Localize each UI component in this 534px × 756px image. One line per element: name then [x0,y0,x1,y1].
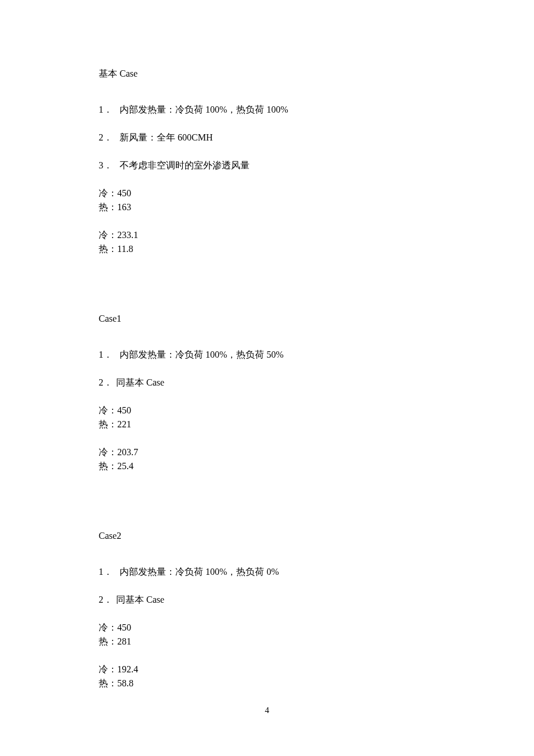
list-text: 内部发热量：冷负荷 100%，热负荷 100% [120,103,435,117]
list-text: 内部发热量：冷负荷 100%，热负荷 50% [120,348,435,362]
document-body: 基本 Case 1． 内部发热量：冷负荷 100%，热负荷 100% 2． 新风… [0,0,534,690]
cold-value: 冷：233.1 [99,228,435,242]
page-number: 4 [0,704,534,717]
list-item: 2． 同基本 Case [99,593,435,607]
list-text: 新风量：全年 600CMH [120,131,435,145]
list-item: 3． 不考虑非空调时的室外渗透风量 [99,159,435,172]
list-text: 同基本 Case [116,376,164,390]
value-block: 冷：450 热：163 [99,186,435,214]
hot-value: 热：163 [99,200,435,214]
cold-value: 冷：450 [99,404,435,417]
list-number: 3． [99,159,120,172]
hot-value: 热：221 [99,417,435,431]
cold-value: 冷：450 [99,621,435,635]
list-number: 1． [99,565,120,579]
hot-value: 热：11.8 [99,242,435,256]
value-block: 冷：450 热：281 [99,621,435,649]
list-text: 内部发热量：冷负荷 100%，热负荷 0% [120,565,435,579]
value-block: 冷：203.7 热：25.4 [99,445,435,473]
cold-value: 冷：450 [99,186,435,200]
cold-value: 冷：192.4 [99,663,435,676]
list-number: 2． [99,131,120,145]
list-item: 2． 同基本 Case [99,376,435,390]
section-title-base: 基本 Case [99,67,435,81]
list-number: 2． [99,376,116,390]
value-block: 冷：233.1 热：11.8 [99,228,435,256]
hot-value: 热：281 [99,635,435,649]
section-title-case1: Case1 [99,312,435,326]
value-block: 冷：192.4 热：58.8 [99,663,435,690]
section-title-case2: Case2 [99,529,435,543]
list-text: 不考虑非空调时的室外渗透风量 [120,159,435,172]
hot-value: 热：25.4 [99,459,435,473]
list-number: 1． [99,103,120,117]
list-number: 1． [99,348,120,362]
list-item: 1． 内部发热量：冷负荷 100%，热负荷 100% [99,103,435,117]
list-number: 2． [99,593,116,607]
list-text: 同基本 Case [116,593,164,607]
list-item: 1． 内部发热量：冷负荷 100%，热负荷 50% [99,348,435,362]
hot-value: 热：58.8 [99,676,435,690]
list-item: 2． 新风量：全年 600CMH [99,131,435,145]
cold-value: 冷：203.7 [99,445,435,459]
value-block: 冷：450 热：221 [99,404,435,431]
list-item: 1． 内部发热量：冷负荷 100%，热负荷 0% [99,565,435,579]
